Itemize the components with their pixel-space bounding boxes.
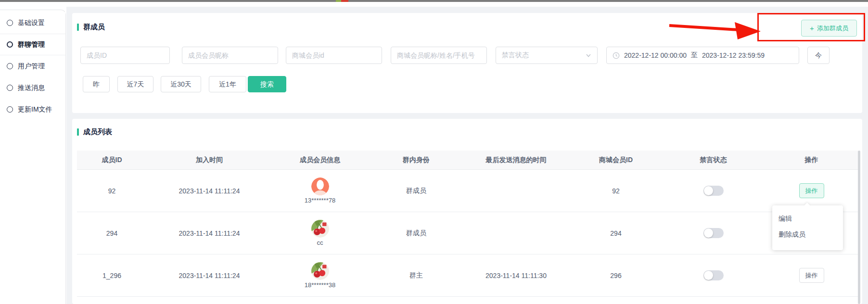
group-member-filter-card: 群成员 + 添加群成员 禁言状态 2022-12-12 00:00:00 至 2…: [72, 13, 862, 113]
cell-group-role: 群成员: [368, 187, 464, 195]
toggle-knob: [704, 228, 713, 238]
col-group-role: 群内身份: [368, 156, 464, 165]
cell-mute-status: [664, 270, 763, 280]
member-nickname-label: cc: [317, 239, 323, 246]
radio-circle-icon: [7, 106, 13, 113]
radio-circle-icon: [7, 85, 13, 91]
cell-member-info: cc: [272, 220, 368, 246]
col-join-time: 加入时间: [147, 156, 272, 165]
mute-toggle-off[interactable]: [703, 228, 724, 238]
group-member-section-title: 群成员: [77, 23, 105, 32]
sidebar-item-user-management[interactable]: 用户管理: [0, 55, 65, 77]
cell-action: 操作: [763, 183, 860, 198]
sidebar-item-update-im-file[interactable]: 更新IM文件: [0, 99, 65, 120]
clock-icon: [613, 52, 620, 59]
plus-icon: +: [810, 25, 814, 32]
favicon-remnant-green: [336, 0, 341, 2]
cell-group-role: 群成员: [368, 229, 464, 238]
member-phone-label: 13*******78: [305, 197, 335, 204]
quick-range-yesterday-button[interactable]: 昨: [83, 76, 110, 92]
table-scrollbar[interactable]: [858, 151, 860, 304]
cell-group-role: 群主: [368, 271, 464, 280]
sidebar-item-push-message[interactable]: 推送消息: [0, 77, 65, 99]
mall-member-id-input[interactable]: [286, 47, 382, 64]
cell-action: 操作: [763, 268, 860, 283]
default-user-avatar: [311, 177, 329, 195]
row-action-button[interactable]: 操作: [799, 268, 824, 283]
sidebar-item-label: 用户管理: [18, 62, 45, 71]
menu-item-edit[interactable]: 编辑: [772, 211, 843, 227]
cell-member-id: 92: [77, 187, 147, 195]
date-range-picker[interactable]: 2022-12-12 00:00:00 至 2023-12-12 23:59:5…: [606, 47, 799, 64]
search-button[interactable]: 搜索: [248, 76, 286, 92]
cell-member-id: 1_296: [77, 272, 147, 279]
col-member-id: 成员ID: [77, 156, 147, 165]
col-last-message-time: 最后发送消息的时间: [464, 156, 568, 165]
cherries-photo-avatar: [311, 262, 329, 280]
cell-join-time: 2023-11-14 11:11:24: [147, 229, 272, 237]
quick-range-30days-button[interactable]: 近30天: [161, 76, 201, 92]
member-table: 成员ID 加入时间 成员会员信息 群内身份 最后发送消息的时间 商城会员ID 禁…: [77, 151, 860, 297]
toggle-knob: [704, 271, 713, 280]
section-title-text: 成员列表: [83, 127, 112, 137]
radio-circle-icon: [7, 63, 13, 69]
mall-member-query-input[interactable]: [391, 47, 487, 64]
table-row: 92 2023-11-14 11:11:24 13*******78: [77, 170, 860, 212]
col-action: 操作: [763, 156, 860, 165]
mute-status-select[interactable]: 禁言状态: [496, 47, 598, 64]
row-action-button-active[interactable]: 操作: [799, 183, 824, 198]
mute-status-select-placeholder: 禁言状态: [502, 51, 529, 60]
sidebar-item-label: 群聊管理: [18, 40, 45, 49]
cell-mute-status: [664, 228, 763, 238]
radio-circle-icon: [7, 20, 13, 26]
col-mall-member-id: 商城会员ID: [568, 156, 664, 165]
member-list-card: 成员列表 成员ID 加入时间 成员会员信息 群内身份 最后发送消息的时间 商城会…: [72, 119, 862, 304]
cell-member-info: 18*******38: [272, 262, 368, 289]
sidebar-item-label: 更新IM文件: [18, 105, 52, 114]
member-nickname-input[interactable]: [182, 47, 278, 64]
member-id-input[interactable]: [80, 47, 170, 64]
cell-join-time: 2023-11-14 11:11:24: [147, 187, 272, 195]
green-title-bar: [77, 128, 79, 136]
sidebar: 基础设置 群聊管理 用户管理 推送消息 更新IM文件: [0, 2, 66, 304]
table-row: 1_296 2023-11-14 11:11:24: [77, 254, 860, 297]
cell-member-id: 294: [77, 229, 147, 237]
group-chat-admin-screen: 基础设置 群聊管理 用户管理 推送消息 更新IM文件 群成员: [0, 0, 868, 304]
add-group-member-button[interactable]: + 添加群成员: [801, 20, 857, 37]
cell-mall-member-id: 296: [568, 272, 664, 279]
menu-item-delete-member[interactable]: 删除成员: [772, 227, 843, 242]
cell-member-info: 13*******78: [272, 177, 368, 204]
sidebar-item-label: 推送消息: [18, 84, 45, 92]
cherries-photo-avatar: [311, 220, 329, 238]
sidebar-item-label: 基础设置: [18, 19, 45, 27]
cell-last-message-time: 2023-11-14 11:11:30: [464, 272, 568, 279]
today-button[interactable]: 今: [807, 47, 830, 64]
cell-mall-member-id: 294: [568, 229, 664, 237]
sidebar-item-basic-settings[interactable]: 基础设置: [0, 12, 65, 34]
add-group-member-label: 添加群成员: [817, 24, 848, 33]
browser-chrome-edge: [0, 0, 868, 2]
radio-circle-icon: [7, 41, 13, 48]
cell-mall-member-id: 92: [568, 187, 664, 195]
date-range-separator: 至: [691, 51, 698, 60]
member-phone-label: 18*******38: [305, 281, 335, 289]
mute-toggle-off[interactable]: [703, 270, 724, 280]
mute-toggle-off[interactable]: [703, 186, 724, 196]
section-title-text: 群成员: [83, 23, 105, 32]
quick-range-1year-button[interactable]: 近1年: [209, 76, 246, 92]
table-row: 294 2023-11-14 11:11:24: [77, 212, 860, 254]
quick-range-7days-button[interactable]: 近7天: [117, 76, 153, 92]
action-dropdown-menu: 编辑 删除成员: [772, 205, 843, 250]
sidebar-panel: 基础设置 群聊管理 用户管理 推送消息 更新IM文件: [0, 10, 66, 304]
member-list-section-title: 成员列表: [77, 127, 112, 137]
toggle-knob: [704, 186, 713, 195]
cell-join-time: 2023-11-14 11:11:24: [147, 272, 272, 279]
favicon-remnant-red: [341, 0, 348, 2]
date-range-end: 2023-12-12 23:59:59: [702, 51, 765, 59]
cell-mute-status: [664, 186, 763, 196]
sidebar-item-group-chat-management[interactable]: 群聊管理: [0, 34, 65, 55]
green-title-bar: [77, 24, 79, 31]
col-mute-status: 禁言状态: [664, 156, 763, 165]
col-member-info: 成员会员信息: [272, 156, 368, 165]
date-range-start: 2022-12-12 00:00:00: [624, 51, 687, 59]
